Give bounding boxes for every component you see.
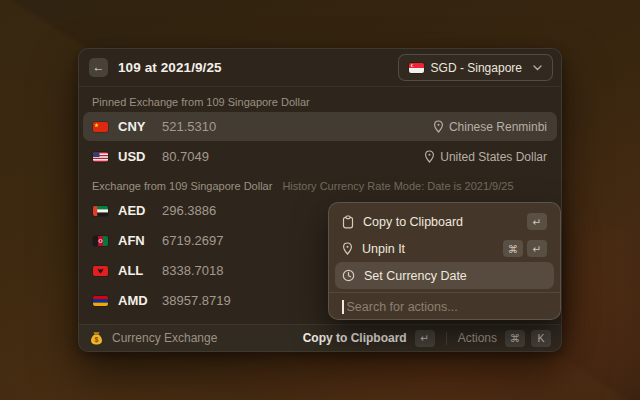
clipboard-icon bbox=[342, 215, 354, 229]
action-bar: $ Currency Exchange Copy to Clipboard ↵ … bbox=[79, 324, 561, 351]
flag-singapore-icon bbox=[409, 63, 424, 73]
flag-united-arab-emirates-icon bbox=[93, 206, 108, 216]
flag-china-icon bbox=[93, 122, 108, 132]
currency-code: AED bbox=[118, 203, 154, 218]
menu-item-set-currency-date[interactable]: Set Currency Date bbox=[335, 262, 554, 289]
currency-full-name: United States Dollar bbox=[424, 150, 547, 164]
currency-code: CNY bbox=[118, 119, 154, 134]
currency-code: AFN bbox=[118, 233, 154, 248]
window-header: ← 109 at 2021/9/25 SGD - Singapore bbox=[79, 49, 561, 87]
return-key-badge: ↵ bbox=[527, 213, 547, 230]
footer-divider bbox=[446, 332, 447, 345]
chevron-down-icon bbox=[533, 65, 542, 71]
currency-code: AMD bbox=[118, 293, 154, 308]
clock-icon bbox=[342, 269, 355, 282]
exchange-section-title: Exchange from 109 Singapore Dollar bbox=[92, 180, 272, 192]
currency-code: ALL bbox=[118, 263, 154, 278]
return-key-badge: ↵ bbox=[527, 240, 547, 257]
pinned-section-title: Pinned Exchange from 109 Singapore Dolla… bbox=[92, 96, 310, 108]
menu-item-unpin-it[interactable]: Unpin It ⌘ ↵ bbox=[335, 235, 554, 262]
actions-context-menu: Copy to Clipboard ↵ Unpin It ⌘ ↵ Set Cur… bbox=[328, 202, 561, 320]
desktop-background: ← 109 at 2021/9/25 SGD - Singapore Pinne… bbox=[0, 0, 640, 400]
app-name-label: Currency Exchange bbox=[112, 331, 217, 345]
text-caret bbox=[342, 300, 344, 314]
menu-item-label: Set Currency Date bbox=[364, 269, 467, 283]
actions-menu-label[interactable]: Actions bbox=[458, 331, 497, 345]
money-bag-icon: $ bbox=[89, 331, 104, 346]
menu-item-label: Unpin It bbox=[362, 242, 405, 256]
return-key-badge: ↵ bbox=[415, 330, 435, 347]
exchange-section-header: Exchange from 109 Singapore Dollar Histo… bbox=[92, 180, 548, 192]
currency-full-name: Chinese Renminbi bbox=[433, 120, 547, 134]
currency-value: 8338.7018 bbox=[162, 263, 223, 278]
currency-code: USD bbox=[118, 149, 154, 164]
cmd-key-badge: ⌘ bbox=[505, 330, 525, 347]
back-button[interactable]: ← bbox=[89, 58, 108, 77]
dropdown-selected-value: SGD - Singapore bbox=[431, 61, 522, 75]
currency-name-label: Chinese Renminbi bbox=[449, 120, 547, 134]
currency-value: 80.7049 bbox=[162, 149, 209, 164]
search-placeholder: Search for actions... bbox=[347, 300, 458, 314]
currency-value: 6719.2697 bbox=[162, 233, 223, 248]
list-item-usd[interactable]: USD 80.7049 United States Dollar bbox=[83, 142, 557, 171]
pinned-section-header: Pinned Exchange from 109 Singapore Dolla… bbox=[92, 96, 548, 108]
base-currency-dropdown[interactable]: SGD - Singapore bbox=[398, 54, 553, 81]
menu-item-copy-to-clipboard[interactable]: Copy to Clipboard ↵ bbox=[335, 208, 554, 235]
list-item-cny[interactable]: CNY 521.5310 Chinese Renminbi bbox=[83, 112, 557, 141]
menu-item-label: Copy to Clipboard bbox=[363, 215, 463, 229]
flag-united-states-icon bbox=[93, 152, 108, 162]
flag-armenia-icon bbox=[93, 296, 108, 306]
pin-icon bbox=[433, 120, 444, 133]
flag-albania-icon bbox=[93, 266, 108, 276]
pin-icon bbox=[342, 242, 353, 255]
page-title: 109 at 2021/9/25 bbox=[118, 60, 222, 75]
cmd-key-badge: ⌘ bbox=[503, 240, 523, 257]
currency-value: 521.5310 bbox=[162, 119, 216, 134]
flag-afghanistan-icon bbox=[93, 236, 108, 246]
k-key-badge: K bbox=[531, 330, 551, 347]
currency-value: 38957.8719 bbox=[162, 293, 231, 308]
pin-icon bbox=[424, 150, 435, 163]
primary-action-label[interactable]: Copy to Clipboard bbox=[303, 331, 407, 345]
svg-text:$: $ bbox=[95, 336, 99, 344]
exchange-section-subtitle: History Currency Rate Mode: Date is 2021… bbox=[282, 180, 513, 192]
currency-value: 296.3886 bbox=[162, 203, 216, 218]
actions-search-input[interactable]: Search for actions... bbox=[335, 293, 554, 321]
currency-name-label: United States Dollar bbox=[440, 150, 547, 164]
